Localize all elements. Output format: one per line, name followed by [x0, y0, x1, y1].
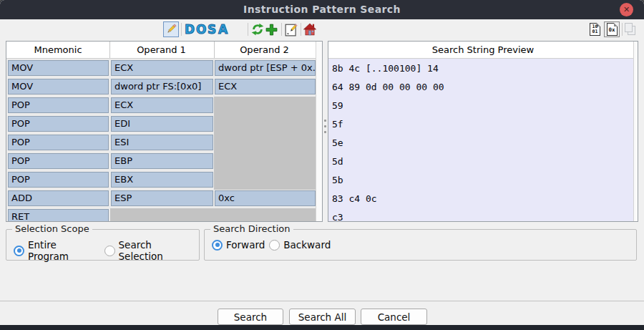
preview-row[interactable]: c3: [328, 208, 638, 222]
title-bar[interactable]: Instruction Pattern Search ✕: [0, 0, 644, 19]
empty-cell: [214, 171, 316, 190]
search-direction-group: Search Direction Forward Backward: [204, 229, 637, 261]
search-all-button[interactable]: Search All: [289, 309, 356, 325]
instruction-cell[interactable]: EBX: [111, 172, 213, 188]
radio-unselected-icon: [269, 240, 280, 251]
column-header-mnemonic: Mnemonic: [6, 44, 109, 55]
preview-row[interactable]: 5b: [328, 171, 638, 190]
radio-backward[interactable]: Backward: [269, 239, 331, 251]
instruction-cell[interactable]: RET: [8, 209, 109, 222]
empty-cell: [214, 134, 316, 152]
vertical-scrollbar[interactable]: [633, 42, 638, 221]
close-button[interactable]: ✕: [620, 3, 633, 16]
instruction-cell[interactable]: ECX: [215, 79, 316, 94]
instruction-cell[interactable]: POP: [8, 135, 109, 150]
pencil-toggle-button[interactable]: [163, 21, 179, 37]
refresh-icon: [251, 23, 264, 36]
copy-button[interactable]: [625, 21, 636, 37]
preview-row[interactable]: 5d: [328, 152, 638, 171]
radio-forward[interactable]: Forward: [212, 239, 265, 251]
radio-selected-icon: [212, 240, 223, 251]
radio-entire-program[interactable]: Entire Program: [14, 239, 100, 262]
empty-cell: [214, 152, 316, 171]
window-title: Instruction Pattern Search: [0, 4, 644, 15]
letter-d-button[interactable]: D: [185, 21, 195, 37]
home-button[interactable]: [303, 21, 316, 37]
instruction-cell[interactable]: ESP: [111, 190, 213, 206]
table-row: MOV dword ptr FS:[0x0] ECX: [6, 78, 322, 97]
home-icon: [303, 23, 316, 36]
instruction-cell[interactable]: POP: [8, 116, 109, 132]
toolbar-separator: [622, 23, 623, 36]
empty-cell: [110, 208, 316, 222]
instruction-pattern-search-dialog: Instruction Pattern Search ✕ D O S A: [0, 0, 644, 330]
table-row: POP EDI: [6, 115, 322, 134]
instruction-cell[interactable]: MOV: [8, 79, 109, 94]
letter-o-icon: O: [196, 22, 206, 37]
letter-a-button[interactable]: A: [218, 21, 228, 37]
selection-scope-title: Selection Scope: [12, 223, 92, 234]
letter-d-icon: D: [185, 22, 195, 37]
instruction-cell[interactable]: POP: [8, 153, 109, 169]
preview-row[interactable]: 59: [328, 97, 638, 115]
cancel-button[interactable]: Cancel: [361, 309, 427, 325]
preview-row[interactable]: 5e: [328, 134, 638, 152]
instruction-cell[interactable]: MOV: [8, 60, 109, 76]
radio-search-selection[interactable]: Search Selection: [104, 239, 199, 262]
instruction-cell[interactable]: ESI: [111, 135, 213, 150]
letter-s-button[interactable]: S: [208, 21, 216, 37]
plus-icon: [265, 24, 278, 36]
selection-scope-group: Selection Scope Entire Program Search Se…: [6, 229, 200, 261]
table-row: POP ECX: [6, 97, 322, 115]
binary-doc-icon: 1001: [590, 23, 600, 36]
hex-view-button[interactable]: 0x: [604, 21, 620, 37]
preview-row[interactable]: 83 c4 0c: [328, 190, 638, 208]
splitter-handle[interactable]: [323, 41, 328, 222]
table-row: POP EBX: [6, 171, 322, 190]
instruction-cell[interactable]: ADD: [8, 190, 109, 206]
instruction-cell[interactable]: 0xc: [215, 190, 316, 206]
preview-panel: Search String Preview 8b 4c [..100100] 1…: [328, 41, 638, 222]
hex-doc-icon: 0x: [607, 23, 618, 36]
instruction-cell[interactable]: EBP: [111, 153, 213, 169]
binary-view-button[interactable]: 1001: [590, 21, 600, 37]
instruction-table: Mnemonic Operand 1 Operand 2 MOV ECX dwo…: [6, 41, 323, 222]
empty-cell: [214, 115, 316, 134]
letter-s-icon: S: [208, 22, 216, 37]
instruction-cell[interactable]: dword ptr FS:[0x0]: [111, 79, 213, 94]
toolbar: D O S A: [0, 19, 644, 40]
preview-body: 8b 4c [..100100] 14 64 89 0d 00 00 00 00…: [328, 59, 638, 221]
search-button[interactable]: Search: [218, 309, 283, 325]
instruction-cell[interactable]: EDI: [111, 116, 213, 132]
instruction-cell[interactable]: POP: [8, 172, 109, 188]
preview-row[interactable]: 64 89 0d 00 00 00 00: [328, 78, 638, 97]
radio-selected-icon: [14, 246, 24, 256]
instruction-cell[interactable]: ECX: [111, 60, 213, 76]
button-bar-separator: [0, 301, 644, 301]
pencil-icon: [165, 23, 177, 36]
table-row: ADD ESP 0xc: [6, 190, 322, 208]
instruction-cell[interactable]: POP: [8, 97, 109, 113]
vertical-scrollbar[interactable]: [316, 42, 322, 221]
table-header: Mnemonic Operand 1 Operand 2: [6, 42, 322, 59]
preview-row[interactable]: 5f: [328, 115, 638, 134]
instruction-cell[interactable]: ECX: [111, 97, 213, 113]
radio-unselected-icon: [104, 246, 115, 256]
letter-o-button[interactable]: O: [196, 21, 206, 37]
refresh-button[interactable]: [251, 21, 264, 37]
preview-header-label: Search String Preview: [328, 44, 638, 55]
close-icon: ✕: [623, 5, 630, 14]
add-row-button[interactable]: [265, 21, 278, 37]
column-header-operand1: Operand 1: [109, 44, 213, 55]
table-row: RET: [6, 208, 322, 222]
empty-cell: [214, 97, 316, 115]
preview-header: Search String Preview: [328, 42, 638, 59]
toolbar-separator: [281, 23, 282, 36]
search-direction-title: Search Direction: [210, 223, 293, 234]
letter-a-icon: A: [218, 22, 228, 37]
toolbar-separator: [181, 23, 182, 36]
manual-entry-button[interactable]: [285, 21, 298, 37]
column-header-operand2: Operand 2: [213, 44, 316, 55]
instruction-cell[interactable]: dword ptr [ESP + 0x...: [215, 60, 316, 76]
preview-row[interactable]: 8b 4c [..100100] 14: [328, 59, 638, 78]
